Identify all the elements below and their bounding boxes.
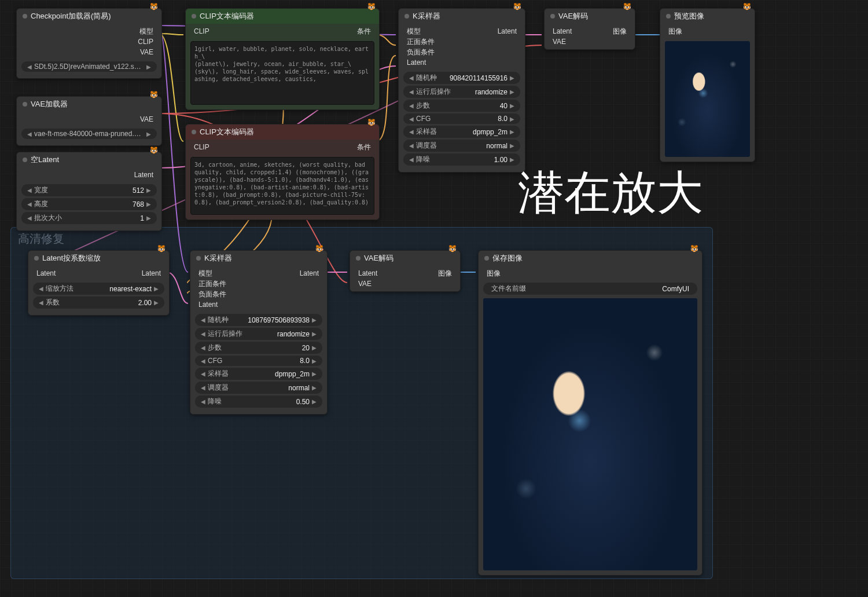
output-label: VAE [140, 115, 153, 123]
node-title[interactable]: K采样器 [190, 251, 327, 266]
cfg-input[interactable]: ◀CFG8.0▶ [403, 113, 520, 124]
node-preview-image[interactable]: 🐯 预览图像 图像 [660, 8, 755, 162]
node-checkpoint-loader[interactable]: 🐯 Checkpoint加载器(简易) 模型 CLIP VAE ◀SDt.5)2… [16, 8, 162, 79]
cat-icon: 🐯 [157, 245, 165, 252]
canvas-text-label: 潜在放大 [518, 162, 703, 225]
node-vae-decode-1[interactable]: 🐯 VAE解码 Latent图像 VAE [544, 8, 635, 50]
seed-input[interactable]: ◀随机种1087697506893938▶ [195, 314, 322, 326]
cat-icon: 🐯 [367, 119, 376, 126]
node-ksampler-1[interactable]: 🐯 K采样器 模型Latent 正面条件 负面条件 Latent ◀随机种908… [398, 8, 525, 173]
node-title[interactable]: K采样器 [399, 9, 525, 24]
width-input[interactable]: ◀宽度512▶ [21, 184, 157, 196]
node-empty-latent[interactable]: 🐯 空Latent Latent ◀宽度512▶ ◀高度768▶ ◀批次大小1▶ [16, 152, 162, 231]
node-title[interactable]: 预览图像 [660, 9, 755, 24]
output-label: 条件 [357, 27, 371, 36]
steps-input[interactable]: ◀步数20▶ [195, 342, 322, 354]
cat-icon: 🐯 [743, 3, 751, 10]
input-label: CLIP [194, 27, 209, 35]
node-ksampler-2[interactable]: 🐯 K采样器 模型Latent 正面条件 负面条件 Latent ◀随机种108… [190, 250, 328, 415]
steps-input[interactable]: ◀步数40▶ [403, 100, 520, 112]
denoise-input[interactable]: ◀降噪1.00▶ [403, 153, 520, 166]
node-title[interactable]: 保存图像 [479, 251, 702, 266]
save-image-preview[interactable] [483, 298, 697, 570]
cat-icon: 🐯 [150, 146, 158, 154]
cat-icon: 🐯 [623, 3, 631, 10]
node-vae-loader[interactable]: 🐯 VAE加载器 VAE ◀vae-ft-mse-840000-ema-prun… [16, 96, 162, 146]
after-generate-select[interactable]: ◀运行后操作randomize▶ [195, 328, 322, 340]
cat-icon: 🐯 [367, 3, 376, 10]
node-save-image[interactable]: 🐯 保存图像 图像 文件名前缀ComfyUI [478, 250, 703, 576]
sampler-select[interactable]: ◀采样器dpmpp_2m▶ [403, 126, 520, 138]
prompt-textarea[interactable]: 3d, cartoon, anime, sketches, (worst qua… [190, 157, 374, 215]
cat-icon: 🐯 [315, 245, 323, 252]
upscale-method-select[interactable]: ◀缩放方法nearest-exact▶ [33, 283, 164, 295]
node-title[interactable]: Checkpoint加载器(简易) [17, 9, 161, 24]
cat-icon: 🐯 [150, 91, 158, 98]
output-label: CLIP [138, 38, 153, 46]
cat-icon: 🐯 [513, 3, 521, 10]
cfg-input[interactable]: ◀CFG8.0▶ [195, 356, 322, 366]
cat-icon: 🐯 [690, 245, 698, 252]
input-label: CLIP [194, 143, 209, 151]
output-label: 条件 [357, 142, 371, 152]
node-latent-upscale-by[interactable]: 🐯 Latent按系数缩放 LatentLatent ◀缩放方法nearest-… [28, 250, 170, 316]
prompt-textarea[interactable]: 1girl, water, bubble, planet, solo, neck… [190, 41, 374, 105]
scheduler-select[interactable]: ◀调度器normal▶ [403, 140, 520, 152]
scheduler-select[interactable]: ◀调度器normal▶ [195, 382, 322, 394]
node-clip-encode-negative[interactable]: 🐯 CLIP文本编码器 CLIP 条件 3d, cartoon, anime, … [185, 124, 380, 220]
after-generate-select[interactable]: ◀运行后操作randomize▶ [403, 86, 520, 98]
scale-factor-input[interactable]: ◀系数2.00▶ [33, 296, 164, 309]
sampler-select[interactable]: ◀采样器dpmpp_2m▶ [195, 368, 322, 380]
seed-input[interactable]: ◀随机种908420114155916▶ [403, 72, 520, 84]
preview-image[interactable] [665, 41, 750, 157]
checkpoint-selector[interactable]: ◀SDt.5)2.5D)revAnimated_v122.safetensors… [21, 61, 157, 72]
cat-icon: 🐯 [448, 245, 457, 252]
denoise-input[interactable]: ◀降噪0.50▶ [195, 395, 322, 408]
node-clip-encode-positive[interactable]: 🐯 CLIP文本编码器 CLIP 条件 1girl, water, bubble… [185, 8, 380, 110]
node-title[interactable]: 空Latent [17, 152, 161, 167]
output-label: Latent [134, 171, 153, 179]
output-label: VAE [140, 48, 153, 56]
node-title[interactable]: Latent按系数缩放 [28, 251, 169, 266]
node-title[interactable]: VAE加载器 [17, 97, 161, 112]
filename-prefix-input[interactable]: 文件名前缀ComfyUI [483, 283, 697, 295]
vae-selector[interactable]: ◀vae-ft-mse-840000-ema-pruned.safetensor… [21, 129, 157, 139]
node-vae-decode-2[interactable]: 🐯 VAE解码 Latent图像 VAE [350, 250, 461, 292]
node-title[interactable]: VAE解码 [350, 251, 460, 266]
batch-input[interactable]: ◀批次大小1▶ [21, 212, 157, 224]
node-title[interactable]: CLIP文本编码器 [186, 124, 379, 140]
output-label: 模型 [139, 27, 153, 36]
node-title[interactable]: CLIP文本编码器 [186, 9, 379, 24]
cat-icon: 🐯 [150, 3, 158, 10]
node-title[interactable]: VAE解码 [545, 9, 635, 24]
height-input[interactable]: ◀高度768▶ [21, 198, 157, 210]
